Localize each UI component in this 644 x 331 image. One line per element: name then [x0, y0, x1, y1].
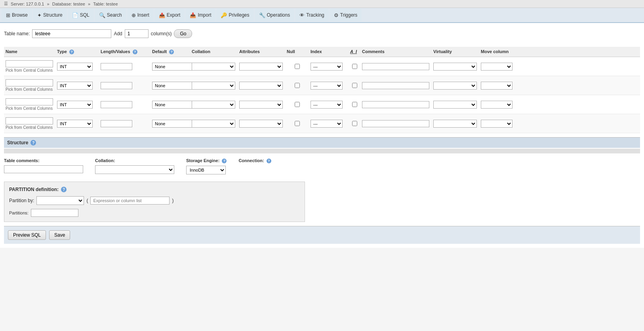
tab-export-icon: 📤 — [159, 12, 165, 18]
col-name-input-2[interactable] — [6, 98, 53, 105]
open-paren: ( — [86, 198, 88, 203]
collation-select[interactable] — [95, 165, 174, 174]
header-index: Index — [309, 48, 349, 55]
col-virtuality-select-2[interactable]: VIRTUALPERSISTENT/STORED — [433, 101, 477, 109]
breadcrumb-server[interactable]: Server: 127.0.0.1 — [11, 2, 44, 6]
header-null: Null — [285, 48, 309, 55]
col-attributes-select-2[interactable] — [239, 101, 283, 109]
add-number-input[interactable] — [125, 29, 149, 38]
partition-by-label: Partition by: — [9, 198, 34, 203]
col-name-cell-0: Pick from Central Columns — [4, 59, 55, 73]
tab-privileges[interactable]: 🔑Privileges — [216, 9, 253, 21]
length-help-icon[interactable]: ? — [133, 50, 137, 54]
storage-engine-help-icon[interactable]: ? — [222, 159, 227, 163]
preview-sql-button[interactable]: Preview SQL — [8, 230, 46, 240]
tab-export[interactable]: 📤Export — [154, 9, 185, 21]
col-move-select-2[interactable] — [481, 101, 513, 109]
col-null-checkbox-3[interactable] — [295, 121, 300, 126]
breadcrumb-table[interactable]: Table: testee — [93, 2, 118, 6]
partitions-input[interactable] — [31, 209, 78, 217]
pick-central-columns-3[interactable]: Pick from Central Columns — [6, 125, 54, 130]
col-index-select-1[interactable]: ---PRIMARYUNIQUEINDEXFULLTEXT — [311, 82, 343, 90]
col-collation-select-1[interactable] — [192, 82, 235, 90]
col-index-select-3[interactable]: ---PRIMARYUNIQUEINDEXFULLTEXT — [311, 120, 343, 128]
tab-tracking[interactable]: 👁Tracking — [295, 9, 329, 21]
default-help-icon[interactable]: ? — [169, 50, 174, 54]
partition-help-icon[interactable]: ? — [61, 187, 67, 192]
col-ai-checkbox-2[interactable] — [352, 102, 357, 107]
save-button[interactable]: Save — [49, 230, 70, 240]
col-collation-select-0[interactable] — [192, 63, 235, 71]
partition-header: PARTITION definition: ? — [9, 187, 300, 192]
col-ai-checkbox-1[interactable] — [352, 83, 357, 88]
partition-expression-input[interactable] — [90, 197, 170, 205]
col-length-input-1[interactable] — [101, 82, 132, 89]
column-rows-container: Pick from Central Columns INTVARCHARTEXT… — [4, 57, 640, 133]
col-collation-select-3[interactable] — [192, 120, 235, 128]
col-comment-input-3[interactable] — [362, 120, 429, 127]
horizontal-scrollbar[interactable] — [4, 149, 640, 153]
tab-structure[interactable]: ✦Structure — [33, 9, 67, 21]
col-type-select-0[interactable]: INTVARCHARTEXTBIGINTFLOATDOUBLEDATEDATET… — [57, 63, 93, 71]
col-name-input-1[interactable] — [6, 79, 53, 86]
col-attributes-select-1[interactable] — [239, 82, 283, 90]
col-ai-cell-1 — [349, 82, 360, 89]
col-comment-input-0[interactable] — [362, 63, 429, 70]
col-move-select-1[interactable] — [481, 82, 513, 90]
col-collation-select-2[interactable] — [192, 101, 235, 109]
col-null-checkbox-1[interactable] — [295, 83, 300, 88]
col-type-select-3[interactable]: INTVARCHARTEXTBIGINTFLOATDOUBLEDATEDATET… — [57, 120, 93, 128]
pick-central-columns-2[interactable]: Pick from Central Columns — [6, 106, 54, 111]
col-ai-checkbox-3[interactable] — [352, 121, 357, 126]
col-index-select-0[interactable]: ---PRIMARYUNIQUEINDEXFULLTEXT — [311, 63, 343, 71]
col-null-cell-0 — [285, 63, 309, 70]
table-comments-input[interactable] — [4, 165, 83, 173]
pick-central-columns-1[interactable]: Pick from Central Columns — [6, 87, 54, 92]
tab-import-icon: 📥 — [190, 12, 196, 18]
col-attributes-select-3[interactable] — [239, 120, 283, 128]
tab-insert[interactable]: ⊕Insert — [127, 9, 154, 21]
storage-engine-select[interactable]: InnoDB MyISAM MEMORY — [186, 166, 226, 174]
col-length-input-2[interactable] — [101, 101, 132, 108]
col-null-checkbox-0[interactable] — [295, 64, 300, 69]
bottom-action-bar: Preview SQL Save — [4, 226, 640, 244]
connection-help-icon[interactable]: ? — [267, 159, 271, 163]
col-null-checkbox-2[interactable] — [295, 102, 300, 107]
col-ai-checkbox-0[interactable] — [352, 64, 357, 69]
tab-browse[interactable]: ⊞Browse — [2, 9, 32, 21]
tab-operations[interactable]: 🔧Operations — [255, 9, 295, 21]
col-length-cell-3 — [99, 119, 151, 128]
storage-engine-label: Storage Engine: ? — [186, 158, 227, 163]
col-name-input-3[interactable] — [6, 117, 53, 124]
col-comments-cell-2 — [360, 100, 432, 109]
col-ai-cell-3 — [349, 120, 360, 127]
col-index-select-2[interactable]: ---PRIMARYUNIQUEINDEXFULLTEXT — [311, 101, 343, 109]
col-type-select-2[interactable]: INTVARCHARTEXTBIGINTFLOATDOUBLEDATEDATET… — [57, 101, 93, 109]
breadcrumb-database[interactable]: Database: testee — [52, 2, 85, 6]
col-length-input-0[interactable] — [101, 63, 132, 70]
pick-central-columns-0[interactable]: Pick from Central Columns — [6, 68, 54, 73]
col-virtuality-select-3[interactable]: VIRTUALPERSISTENT/STORED — [433, 120, 477, 128]
go-button[interactable]: Go — [174, 29, 192, 38]
structure-help-icon[interactable]: ? — [30, 140, 36, 145]
tab-sql[interactable]: 📄SQL — [68, 9, 94, 21]
col-move-select-0[interactable] — [481, 63, 513, 71]
tab-import[interactable]: 📥Import — [185, 9, 215, 21]
type-help-icon[interactable]: ? — [69, 50, 74, 54]
col-type-select-1[interactable]: INTVARCHARTEXTBIGINTFLOATDOUBLEDATEDATET… — [57, 82, 93, 90]
col-move-select-3[interactable] — [481, 120, 513, 128]
tab-search[interactable]: 🔍Search — [95, 9, 126, 21]
col-default-cell-3: NoneAs definedNULLCURRENT_TIMESTAMP — [151, 119, 190, 128]
col-name-input-0[interactable] — [6, 60, 53, 67]
col-comment-input-2[interactable] — [362, 101, 429, 108]
col-virtuality-select-1[interactable]: VIRTUALPERSISTENT/STORED — [433, 82, 477, 90]
col-index-cell-0: ---PRIMARYUNIQUEINDEXFULLTEXT — [309, 62, 349, 71]
col-ai-cell-0 — [349, 63, 360, 70]
table-name-input[interactable] — [32, 29, 111, 38]
col-attributes-select-0[interactable] — [239, 63, 283, 71]
col-length-input-3[interactable] — [101, 120, 132, 127]
col-comment-input-1[interactable] — [362, 82, 429, 89]
partition-by-select[interactable]: HASHLINEAR HASHKEYLINEAR KEYRANGELIST — [36, 196, 84, 205]
tab-triggers[interactable]: ⚙Triggers — [330, 9, 362, 21]
col-virtuality-select-0[interactable]: VIRTUALPERSISTENT/STORED — [433, 63, 477, 71]
